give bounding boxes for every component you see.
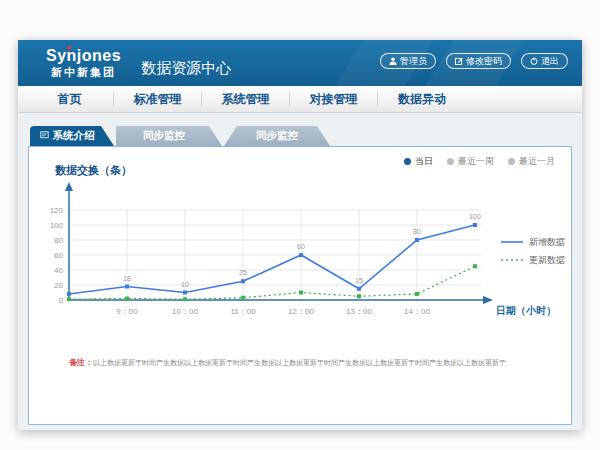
radio-dot-icon (447, 158, 454, 165)
footer-note: 备注：以上数据更新于时间产生数据以上数据更新于时间产生数据以上数据更新于时间产生… (69, 357, 506, 368)
tab-label: 系统介绍 (53, 129, 95, 143)
change-password-label: 修改密码 (466, 55, 502, 68)
y-axis-title: 数据交换（条） (55, 163, 132, 178)
note-text: 以上数据更新于时间产生数据以上数据更新于时间产生数据以上数据更新于时间产生数据以… (93, 359, 506, 366)
main-nav: 首页 标准管理 系统管理 对接管理 数据异动 (18, 86, 582, 113)
data-point-label: 60 (297, 243, 305, 250)
y-axis-arrow-icon (65, 182, 73, 191)
data-point[interactable] (357, 294, 361, 298)
legend-label: 更新数据 (529, 254, 565, 267)
data-point[interactable] (67, 297, 71, 301)
app-header: Synjones 新中新集团 数据资源中心 管理员 修改密码 退出 (18, 40, 582, 86)
y-tick-label: 80 (54, 236, 63, 245)
y-tick-label: 120 (50, 206, 64, 215)
logo-red-dot-icon (67, 46, 71, 50)
user-icon (389, 57, 397, 65)
nav-item-interface-mgmt[interactable]: 对接管理 (290, 92, 378, 106)
data-point[interactable] (125, 297, 129, 301)
x-tick-label: 9：00 (116, 307, 138, 316)
nav-item-data-change[interactable]: 数据异动 (378, 92, 466, 106)
series-line-更新数据 (69, 266, 475, 299)
radio-dot-icon (508, 158, 515, 165)
x-axis-arrow-icon (483, 296, 493, 304)
data-point[interactable] (183, 297, 187, 301)
radio-today-label: 当日 (415, 155, 433, 168)
logo-company-name: 新中新集团 (46, 67, 121, 78)
admin-user-button[interactable]: 管理员 (380, 53, 436, 69)
radio-last-week[interactable]: 最近一周 (447, 155, 494, 168)
chart-legend: 新增数据更新数据 (501, 233, 565, 269)
data-point[interactable] (357, 287, 361, 291)
time-range-filter: 当日 最近一周 最近一月 (404, 155, 555, 168)
edit-icon (455, 57, 463, 65)
legend-line-sample-icon (501, 239, 523, 245)
document-icon (40, 130, 49, 142)
tab-sync-monitor-1[interactable]: 同步监控 (116, 126, 222, 146)
x-tick-label: 11：00 (230, 307, 256, 316)
radio-last-month[interactable]: 最近一月 (508, 155, 555, 168)
change-password-button[interactable]: 修改密码 (446, 53, 511, 69)
data-point-label: 15 (355, 277, 363, 284)
header-actions: 管理员 修改密码 退出 (380, 53, 568, 69)
x-tick-label: 12：00 (288, 307, 314, 316)
logout-button[interactable]: 退出 (521, 53, 568, 69)
logout-label: 退出 (541, 55, 559, 68)
company-logo: Synjones 新中新集团 (46, 48, 121, 78)
tab-label: 同步监控 (256, 129, 298, 143)
page-title: 数据资源中心 (141, 59, 231, 78)
x-tick-label: 10：00 (172, 307, 198, 316)
data-point[interactable] (241, 279, 245, 283)
data-point[interactable] (125, 285, 129, 289)
data-point[interactable] (473, 264, 477, 268)
data-point[interactable] (299, 291, 303, 295)
x-tick-label: 14：00 (404, 307, 430, 316)
data-point[interactable] (415, 292, 419, 296)
data-point-label: 18 (123, 275, 131, 282)
nav-item-system-mgmt[interactable]: 系统管理 (202, 92, 290, 106)
y-tick-label: 20 (54, 281, 63, 290)
legend-label: 新增数据 (529, 236, 565, 249)
y-tick-label: 60 (54, 251, 63, 260)
x-tick-label: 13：00 (346, 307, 372, 316)
radio-last-month-label: 最近一月 (519, 155, 555, 168)
data-point-label: 25 (239, 269, 247, 276)
chart-panel: 当日 最近一周 最近一月 数据交换（条） 9：0010：0011：0012：00… (28, 146, 572, 425)
note-prefix: 备注： (69, 358, 93, 367)
app-window: Synjones 新中新集团 数据资源中心 管理员 修改密码 退出 首页 标准管… (18, 40, 582, 430)
logo-wordmark: Synjones (46, 48, 121, 64)
admin-user-label: 管理员 (400, 55, 427, 68)
x-axis-title: 日期（小时） (496, 305, 556, 316)
tab-label: 同步监控 (143, 129, 185, 143)
tab-sync-monitor-2[interactable]: 同步监控 (224, 126, 330, 146)
tab-bar: 系统介绍 同步监控 同步监控 (30, 126, 582, 146)
nav-item-standard-mgmt[interactable]: 标准管理 (114, 92, 202, 106)
data-point[interactable] (473, 223, 477, 227)
series-line-新增数据 (69, 225, 475, 294)
legend-item[interactable]: 新增数据 (501, 233, 565, 251)
data-point[interactable] (241, 296, 245, 300)
line-chart: 9：0010：0011：0012：0013：0014：0002040608010… (29, 177, 573, 327)
legend-line-sample-icon (501, 257, 523, 263)
power-icon (530, 57, 538, 65)
legend-item[interactable]: 更新数据 (501, 251, 565, 269)
data-point[interactable] (67, 292, 71, 296)
data-point[interactable] (299, 253, 303, 257)
data-point-label: 10 (181, 281, 189, 288)
nav-item-home[interactable]: 首页 (26, 92, 114, 106)
y-tick-label: 40 (54, 266, 63, 275)
data-point-label: 80 (413, 228, 421, 235)
y-tick-label: 100 (50, 221, 64, 230)
radio-today[interactable]: 当日 (404, 155, 433, 168)
radio-last-week-label: 最近一周 (458, 155, 494, 168)
radio-dot-icon (404, 158, 411, 165)
y-tick-label: 0 (59, 296, 64, 305)
tab-system-intro[interactable]: 系统介绍 (30, 126, 114, 146)
data-point[interactable] (183, 291, 187, 295)
data-point[interactable] (415, 238, 419, 242)
data-point-label: 100 (469, 213, 481, 220)
